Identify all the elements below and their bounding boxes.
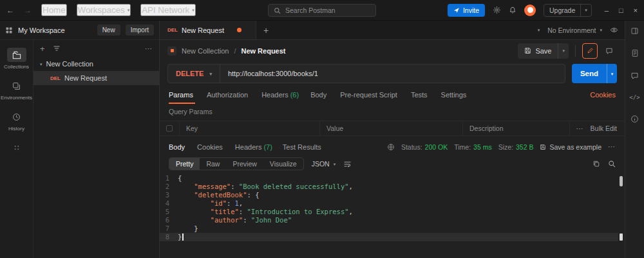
environments-icon bbox=[7, 79, 26, 93]
chevron-down-icon[interactable]: ▾ bbox=[580, 5, 591, 16]
breadcrumb-request[interactable]: New Request bbox=[241, 47, 285, 55]
code-editor[interactable]: 1{2 "message": "Book deleted successfull… bbox=[160, 174, 618, 258]
tab-authorization[interactable]: Authorization bbox=[207, 86, 250, 104]
code-line[interactable]: 3 "deletedBook": { bbox=[160, 191, 618, 199]
breadcrumb-collection[interactable]: New Collection bbox=[182, 47, 229, 55]
tab-tests[interactable]: Tests bbox=[411, 86, 430, 104]
sidebar-item-environments[interactable]: Environments bbox=[0, 76, 33, 103]
environment-name: No Environment bbox=[547, 26, 596, 34]
format-selector[interactable]: JSON ▾ bbox=[312, 160, 336, 168]
save-dropdown-chevron-icon[interactable]: ▾ bbox=[558, 43, 569, 59]
notifications-bell-icon[interactable] bbox=[509, 6, 516, 14]
maximize-button[interactable]: □ bbox=[619, 6, 623, 14]
comments-bubble-icon[interactable] bbox=[630, 72, 639, 80]
filter-icon[interactable] bbox=[53, 45, 61, 52]
code-line[interactable]: 4 "id": 1, bbox=[160, 199, 618, 208]
size-badge[interactable]: Size: 352 B bbox=[498, 143, 534, 151]
forward-icon[interactable]: → bbox=[24, 6, 32, 15]
scrollbar-cursor-marker bbox=[620, 233, 623, 241]
params-more-icon[interactable]: ⋯ bbox=[576, 124, 584, 133]
response-tab-headers[interactable]: Headers(7) bbox=[235, 143, 272, 151]
upgrade-button[interactable]: Upgrade ▾ bbox=[544, 4, 592, 17]
environment-quick-look-eye-icon[interactable] bbox=[610, 26, 618, 34]
response-more-icon[interactable]: ⋯ bbox=[608, 143, 616, 151]
add-collection-button[interactable]: + bbox=[40, 44, 45, 54]
documentation-icon[interactable] bbox=[631, 49, 639, 57]
method-selector[interactable]: DELETE ▾ bbox=[168, 64, 220, 83]
minimize-button[interactable]: – bbox=[605, 6, 609, 14]
view-preview[interactable]: Preview bbox=[226, 158, 263, 170]
bulk-edit-button[interactable]: Bulk Edit bbox=[591, 124, 617, 132]
back-icon[interactable]: ← bbox=[6, 6, 14, 15]
settings-gear-icon[interactable] bbox=[493, 6, 501, 14]
tab-body[interactable]: Body bbox=[310, 86, 328, 104]
request-tab[interactable]: DEL New Request bbox=[160, 21, 256, 39]
invite-button[interactable]: Invite bbox=[448, 4, 485, 17]
workspace-title[interactable]: My Workspace bbox=[18, 26, 92, 34]
code-line[interactable]: 6 "author": "John Doe" bbox=[160, 216, 618, 224]
tab-settings[interactable]: Settings bbox=[441, 86, 469, 104]
view-pretty[interactable]: Pretty bbox=[169, 158, 200, 170]
nav-workspaces[interactable]: Workspaces▾ bbox=[77, 4, 131, 16]
edit-pencil-icon[interactable] bbox=[582, 43, 598, 59]
response-body: 1{2 "message": "Book deleted successfull… bbox=[160, 172, 625, 258]
import-button[interactable]: Import bbox=[126, 25, 154, 35]
view-visualize[interactable]: Visualize bbox=[263, 158, 303, 170]
search-input[interactable]: Search Postman bbox=[268, 4, 376, 17]
sidebar-item-history[interactable]: History bbox=[0, 107, 33, 134]
send-dropdown-chevron-icon[interactable]: ▾ bbox=[607, 64, 617, 83]
view-raw[interactable]: Raw bbox=[200, 158, 226, 170]
chevron-down-icon[interactable]: ▾ bbox=[40, 62, 43, 66]
history-clock-icon bbox=[7, 110, 26, 124]
sidebar-item-collections[interactable]: Collections bbox=[0, 45, 33, 72]
select-all-checkbox[interactable] bbox=[166, 125, 173, 132]
workspace-grid-icon[interactable] bbox=[5, 26, 13, 34]
response-tab-cookies[interactable]: Cookies bbox=[197, 143, 225, 151]
search-response-icon[interactable] bbox=[608, 160, 616, 168]
response-tab-test-results[interactable]: Test Results bbox=[283, 143, 323, 151]
window-controls: – □ × bbox=[605, 6, 638, 14]
url-input[interactable]: http://localhost:3000/books/1 bbox=[220, 70, 326, 77]
collection-row[interactable]: ▾ New Collection bbox=[33, 57, 159, 71]
scrollbar-thumb[interactable] bbox=[620, 176, 623, 186]
panel-layout-icon[interactable] bbox=[630, 27, 639, 35]
nav-home[interactable]: Home bbox=[41, 4, 67, 16]
tab-headers[interactable]: Headers(6) bbox=[261, 86, 299, 104]
code-line[interactable]: 5 "title": "Introduction to Express", bbox=[160, 208, 618, 216]
environment-selector[interactable]: No Environment ▾ bbox=[547, 26, 602, 34]
chevron-down-icon: ▾ bbox=[209, 72, 212, 76]
tree-more-icon[interactable]: ⋯ bbox=[145, 45, 153, 53]
column-key: Key bbox=[179, 121, 319, 135]
copy-icon[interactable] bbox=[592, 160, 600, 168]
line-number: 1 bbox=[160, 174, 178, 183]
nav-api-network[interactable]: API Network▾ bbox=[140, 4, 196, 16]
code-snippet-icon[interactable]: </> bbox=[629, 94, 639, 101]
comments-icon[interactable] bbox=[601, 43, 617, 59]
wrap-text-icon[interactable] bbox=[343, 160, 352, 168]
time-badge[interactable]: Time: 35 ms bbox=[454, 143, 491, 151]
status-badge[interactable]: Status: 200 OK bbox=[401, 143, 448, 151]
code-line[interactable]: 2 "message": "Book deleted successfully"… bbox=[160, 183, 618, 191]
new-button[interactable]: New bbox=[97, 25, 120, 35]
save-floppy-icon bbox=[524, 47, 531, 54]
info-icon[interactable] bbox=[630, 115, 639, 123]
code-line[interactable]: 8} bbox=[160, 233, 618, 241]
code-line[interactable]: 1{ bbox=[160, 174, 618, 183]
breadcrumb-separator: / bbox=[234, 47, 236, 55]
tab-method-badge: DEL bbox=[167, 27, 178, 33]
code-line[interactable]: 7 } bbox=[160, 224, 618, 233]
new-tab-button[interactable]: + bbox=[256, 21, 276, 39]
sidebar-item-more[interactable] bbox=[0, 138, 33, 157]
request-row[interactable]: DEL New Request bbox=[33, 71, 159, 85]
save-button[interactable]: Save ▾ bbox=[518, 43, 569, 59]
view-mode-segmented-control: Pretty Raw Preview Visualize bbox=[169, 157, 304, 170]
tabs-menu-chevron-icon[interactable]: ▾ bbox=[538, 28, 540, 32]
save-as-example-button[interactable]: Save as example bbox=[540, 143, 601, 151]
tab-params[interactable]: Params bbox=[169, 86, 195, 104]
response-tab-body[interactable]: Body bbox=[169, 143, 187, 151]
network-globe-icon[interactable] bbox=[387, 143, 395, 151]
close-button[interactable]: × bbox=[634, 6, 638, 14]
cookies-link[interactable]: Cookies bbox=[590, 91, 616, 99]
send-button[interactable]: Send ▾ bbox=[572, 64, 617, 83]
tab-pre-request-script[interactable]: Pre-request Script bbox=[340, 86, 399, 104]
